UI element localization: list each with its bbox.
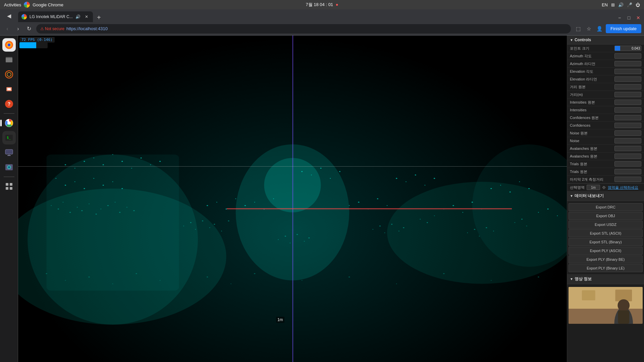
dock-apps-icon[interactable]: [2, 68, 16, 81]
topbar-left: Activities Google Chrome: [4, 2, 63, 8]
azimuth-angle-label: Azimuth 각도: [570, 54, 614, 59]
confidences-input[interactable]: [614, 123, 641, 128]
distance-m-input[interactable]: [614, 92, 641, 97]
selection-input[interactable]: [587, 185, 600, 190]
elevation-radian-label: Elevation 라디언: [570, 77, 614, 82]
dock-photo-icon[interactable]: [2, 161, 16, 174]
svg-point-145: [443, 273, 444, 274]
address-url: https://localhost:4310: [66, 26, 567, 31]
svg-point-144: [396, 284, 397, 284]
tab-close-button[interactable]: ✕: [84, 14, 90, 20]
export-ply-binary-be-button[interactable]: Export PLY (Binary BE): [569, 255, 643, 263]
svg-point-134: [65, 280, 66, 281]
noise-raw-input[interactable]: [614, 130, 641, 136]
ubuntu-dock: ? $_: [0, 36, 18, 362]
noise-input[interactable]: [614, 138, 641, 143]
svg-point-129: [493, 231, 494, 231]
avalanches-raw2-input[interactable]: [614, 154, 641, 159]
selection-label: 선택영역: [570, 185, 585, 190]
bookmark-button[interactable]: ☆: [584, 24, 594, 34]
export-usdz-button[interactable]: Export USDZ: [569, 221, 643, 229]
close-button[interactable]: ✕: [634, 13, 643, 22]
viewer-area[interactable]: 72 FPS (0-146) 1m: [18, 36, 567, 362]
refresh-button[interactable]: ↻: [24, 24, 34, 34]
svg-point-45: [65, 185, 66, 186]
svg-point-71: [406, 181, 407, 182]
distance-m-label: 거리(m): [570, 92, 614, 97]
maximize-button[interactable]: □: [625, 13, 633, 22]
profile-button[interactable]: 👤: [595, 24, 604, 34]
address-input[interactable]: ⚠ Not secure https://localhost:4310: [36, 24, 571, 34]
svg-point-93: [81, 210, 83, 211]
svg-text:?: ?: [7, 101, 10, 107]
dock-grid-icon[interactable]: [2, 180, 16, 193]
video-section-header[interactable]: ▼ 영상 정보: [567, 274, 644, 284]
activities-label[interactable]: Activities: [4, 2, 21, 7]
active-tab[interactable]: LG Innotek MLiDAR C... 🔊 ✕: [18, 11, 93, 22]
export-drc-button[interactable]: Export DRC: [569, 203, 643, 211]
svg-point-142: [302, 280, 303, 281]
export-stl-ascii-button[interactable]: Export STL (ASCII): [569, 229, 643, 237]
svg-point-102: [183, 226, 184, 226]
selection-link[interactable]: 영역을 선택하세요: [608, 185, 638, 190]
svg-point-85: [538, 212, 539, 213]
language-indicator[interactable]: EN: [602, 2, 608, 7]
dock-files-icon[interactable]: [2, 53, 16, 66]
intensities-input[interactable]: [614, 107, 641, 113]
svg-point-89: [58, 208, 59, 209]
trials-raw2-input[interactable]: [614, 169, 641, 174]
avalanches-raw1-input[interactable]: [614, 146, 641, 151]
export-obj-button[interactable]: Export OBJ: [569, 212, 643, 220]
intensities-label: Intensities: [570, 108, 614, 112]
dock-display-icon[interactable]: [2, 146, 16, 159]
confidences-raw-input[interactable]: [614, 115, 641, 120]
tab-nav-button[interactable]: ◀: [5, 11, 13, 20]
control-row-avalanches-raw2: Avalanches 원본: [567, 153, 644, 160]
dock-help-icon[interactable]: ?: [2, 97, 16, 111]
svg-point-128: [486, 227, 487, 228]
svg-point-72: [415, 174, 416, 175]
svg-point-65: [349, 205, 350, 206]
intensities-raw-input[interactable]: [614, 100, 641, 105]
elevation-angle-input[interactable]: [614, 69, 641, 74]
export-section-header[interactable]: ▼ 데이터 내보내기: [567, 191, 644, 201]
video-section-content: [567, 284, 644, 326]
export-ply-binary-le-button[interactable]: Export PLY (Binary LE): [569, 264, 643, 272]
finish-update-button[interactable]: Finish update: [606, 24, 641, 33]
last-measure-label: 마지막 2개 측정거리: [570, 177, 614, 182]
dock-firefox-icon[interactable]: [2, 38, 16, 52]
export-section-label: 데이터 내보내기: [575, 193, 604, 199]
toolbar-right: ⬚ ☆ 👤 Finish update: [574, 24, 641, 34]
azimuth-angle-input[interactable]: [614, 53, 641, 59]
not-secure-badge: ⚠ Not secure: [40, 26, 64, 31]
controls-section-header[interactable]: ▼ Controls: [567, 36, 644, 45]
noise-label: Noise: [570, 139, 614, 143]
elevation-radian-input[interactable]: [614, 76, 641, 82]
new-tab-button[interactable]: +: [94, 13, 104, 22]
sound-icon: 🔊: [618, 2, 624, 7]
back-button[interactable]: ‹: [3, 24, 12, 34]
svg-point-143: [348, 277, 350, 278]
dock-software-icon[interactable]: [2, 82, 16, 96]
trials-raw1-input[interactable]: [614, 161, 641, 167]
svg-point-39: [121, 161, 123, 162]
svg-point-118: [384, 232, 385, 233]
last-measure-input[interactable]: [614, 177, 641, 182]
cast-button[interactable]: ⬚: [574, 24, 583, 34]
azimuth-radian-input[interactable]: [614, 61, 641, 66]
svg-point-121: [403, 227, 404, 228]
point-size-input[interactable]: 0.043: [614, 46, 641, 51]
minimize-button[interactable]: −: [615, 13, 624, 22]
vertical-axis-line: [292, 36, 293, 362]
export-ply-ascii-button[interactable]: Export PLY (ASCII): [569, 247, 643, 255]
svg-point-77: [462, 212, 463, 213]
dock-terminal-icon[interactable]: $_: [2, 131, 16, 144]
svg-point-147: [538, 277, 539, 278]
control-row-noise-raw: Noise 원본: [567, 129, 644, 137]
dock-chrome-icon[interactable]: [2, 116, 16, 130]
svg-point-141: [254, 273, 255, 274]
control-row-elevation-radian: Elevation 라디언: [567, 75, 644, 83]
distance-raw-input[interactable]: [614, 84, 641, 89]
export-stl-binary-button[interactable]: Export STL (Binary): [569, 238, 643, 246]
forward-button[interactable]: ›: [13, 24, 23, 34]
